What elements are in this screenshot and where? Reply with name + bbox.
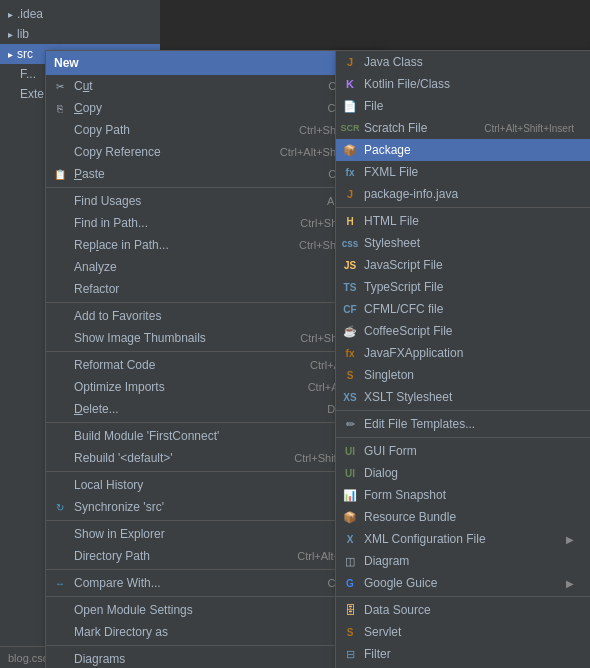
submenu-cfml-file[interactable]: CF CFML/CFC file — [336, 298, 590, 320]
resource-bundle-label: Resource Bundle — [364, 510, 456, 524]
submenu-dialog[interactable]: UI Dialog — [336, 462, 590, 484]
javascript-file-label: JavaScript File — [364, 258, 443, 272]
expand-icon: ▸ — [8, 29, 13, 40]
html-icon: H — [342, 213, 358, 229]
menu-item-optimize-imports[interactable]: Optimize Imports Ctrl+Alt+O — [46, 376, 379, 398]
submenu-edit-templates[interactable]: ✏ Edit File Templates... — [336, 413, 590, 435]
menu-item-replace-in-path[interactable]: Replace in Path... Ctrl+Shift+R — [46, 234, 379, 256]
scratch-shortcut: Ctrl+Alt+Shift+Insert — [484, 123, 574, 134]
xml-config-label: XML Configuration File — [364, 532, 486, 546]
submenu-xml-config[interactable]: X XML Configuration File ▶ — [336, 528, 590, 550]
kotlin-icon: K — [342, 76, 358, 92]
submenu-file[interactable]: 📄 File — [336, 95, 590, 117]
coffeescript-file-label: CoffeeScript File — [364, 324, 452, 338]
separator-1 — [46, 187, 379, 188]
menu-item-compare-with[interactable]: ↔ Compare With... Ctrl+D — [46, 572, 379, 594]
submenu-xslt-stylesheet[interactable]: XS XSLT Stylesheet — [336, 386, 590, 408]
cfml-file-label: CFML/CFC file — [364, 302, 443, 316]
menu-item-reformat-code[interactable]: Reformat Code Ctrl+Alt+L — [46, 354, 379, 376]
menu-item-new[interactable]: New ▶ — [46, 51, 379, 75]
submenu-package[interactable]: 📦 Package — [336, 139, 590, 161]
expand-icon: ▸ — [8, 49, 13, 60]
diagrams-label: Diagrams — [74, 652, 125, 666]
xml-config-icon: X — [342, 531, 358, 547]
form-snapshot-icon: 📊 — [342, 487, 358, 503]
menu-item-paste[interactable]: 📋 Paste Ctrl+V — [46, 163, 379, 185]
menu-item-rebuild[interactable]: Rebuild '<default>' Ctrl+Shift+F9 — [46, 447, 379, 469]
tree-item-lib[interactable]: ▸ lib — [0, 24, 160, 44]
submenu-form-snapshot[interactable]: 📊 Form Snapshot — [336, 484, 590, 506]
submenu-new: J Java Class K Kotlin File/Class 📄 File … — [335, 50, 590, 668]
menu-item-analyze[interactable]: Analyze ▶ — [46, 256, 379, 278]
submenu-data-source[interactable]: 🗄 Data Source — [336, 599, 590, 621]
submenu-kotlin-file[interactable]: K Kotlin File/Class — [336, 73, 590, 95]
google-guice-label: Google Guice — [364, 576, 437, 590]
menu-item-find-in-path[interactable]: Find in Path... Ctrl+Shift+F — [46, 212, 379, 234]
package-info-icon: J — [342, 186, 358, 202]
copy-icon: ⎘ — [52, 100, 68, 116]
menu-item-build-module[interactable]: Build Module 'FirstConnect' — [46, 425, 379, 447]
submenu-javafx[interactable]: fx JavaFXApplication — [336, 342, 590, 364]
menu-item-add-favorites[interactable]: Add to Favorites — [46, 305, 379, 327]
cfml-icon: CF — [342, 301, 358, 317]
singleton-label: Singleton — [364, 368, 414, 382]
submenu-stylesheet[interactable]: css Stylesheet — [336, 232, 590, 254]
menu-item-directory-path[interactable]: Directory Path Ctrl+Alt+F12 — [46, 545, 379, 567]
tree-label: lib — [17, 27, 29, 41]
submenu-singleton[interactable]: S Singleton — [336, 364, 590, 386]
package-label: Package — [364, 143, 411, 157]
find-usages-label: Find Usages — [74, 194, 141, 208]
menu-item-find-usages[interactable]: Find Usages Alt+F7 — [46, 190, 379, 212]
menu-item-cut[interactable]: ✂ Cut Ctrl+X — [46, 75, 379, 97]
edit-templates-icon: ✏ — [342, 416, 358, 432]
copy-reference-label: Copy Reference — [74, 145, 161, 159]
menu-item-diagrams[interactable]: Diagrams ▶ — [46, 648, 379, 668]
sub-separator-1 — [336, 207, 590, 208]
gui-form-icon: UI — [342, 443, 358, 459]
tree-label: src — [17, 47, 33, 61]
submenu-resource-bundle[interactable]: 📦 Resource Bundle — [336, 506, 590, 528]
menu-item-copy-reference[interactable]: Copy Reference Ctrl+Alt+Shift+C — [46, 141, 379, 163]
sub-separator-4 — [336, 596, 590, 597]
singleton-icon: S — [342, 367, 358, 383]
open-module-settings-label: Open Module Settings — [74, 603, 193, 617]
menu-item-show-explorer[interactable]: Show in Explorer — [46, 523, 379, 545]
js-icon: JS — [342, 257, 358, 273]
cut-icon: ✂ — [52, 78, 68, 94]
tree-label: .idea — [17, 7, 43, 21]
submenu-gui-form[interactable]: UI GUI Form — [336, 440, 590, 462]
submenu-html-file[interactable]: H HTML File — [336, 210, 590, 232]
submenu-coffeescript-file[interactable]: ☕ CoffeeScript File — [336, 320, 590, 342]
typescript-file-label: TypeScript File — [364, 280, 443, 294]
data-source-icon: 🗄 — [342, 602, 358, 618]
submenu-typescript-file[interactable]: TS TypeScript File — [336, 276, 590, 298]
compare-with-label: Compare With... — [74, 576, 161, 590]
submenu-fxml-file[interactable]: fx FXML File — [336, 161, 590, 183]
menu-item-delete[interactable]: Delete... Delete — [46, 398, 379, 420]
submenu-servlet[interactable]: S Servlet — [336, 621, 590, 643]
submenu-java-class[interactable]: J Java Class — [336, 51, 590, 73]
submenu-diagram[interactable]: ◫ Diagram — [336, 550, 590, 572]
html-file-label: HTML File — [364, 214, 419, 228]
submenu-javascript-file[interactable]: JS JavaScript File — [336, 254, 590, 276]
menu-item-show-thumbnails[interactable]: Show Image Thumbnails Ctrl+Shift+T — [46, 327, 379, 349]
menu-item-open-module-settings[interactable]: Open Module Settings F4 — [46, 599, 379, 621]
menu-item-local-history[interactable]: Local History ▶ — [46, 474, 379, 496]
tree-item-idea[interactable]: ▸ .idea — [0, 4, 160, 24]
menu-item-copy[interactable]: ⎘ Copy Ctrl+C — [46, 97, 379, 119]
submenu-google-guice[interactable]: G Google Guice ▶ — [336, 572, 590, 594]
submenu-filter[interactable]: ⊟ Filter — [336, 643, 590, 665]
new-label: New — [54, 56, 79, 70]
submenu-scratch-file[interactable]: SCR Scratch File Ctrl+Alt+Shift+Insert — [336, 117, 590, 139]
separator-5 — [46, 471, 379, 472]
local-history-label: Local History — [74, 478, 143, 492]
menu-item-synchronize[interactable]: ↻ Synchronize 'src' — [46, 496, 379, 518]
directory-path-label: Directory Path — [74, 549, 150, 563]
menu-item-refactor[interactable]: Refactor ▶ — [46, 278, 379, 300]
menu-item-copy-path[interactable]: Copy Path Ctrl+Shift+C — [46, 119, 379, 141]
package-info-label: package-info.java — [364, 187, 458, 201]
javafx-label: JavaFXApplication — [364, 346, 463, 360]
menu-item-mark-directory-as[interactable]: Mark Directory as ▶ — [46, 621, 379, 643]
data-source-label: Data Source — [364, 603, 431, 617]
submenu-package-info[interactable]: J package-info.java — [336, 183, 590, 205]
